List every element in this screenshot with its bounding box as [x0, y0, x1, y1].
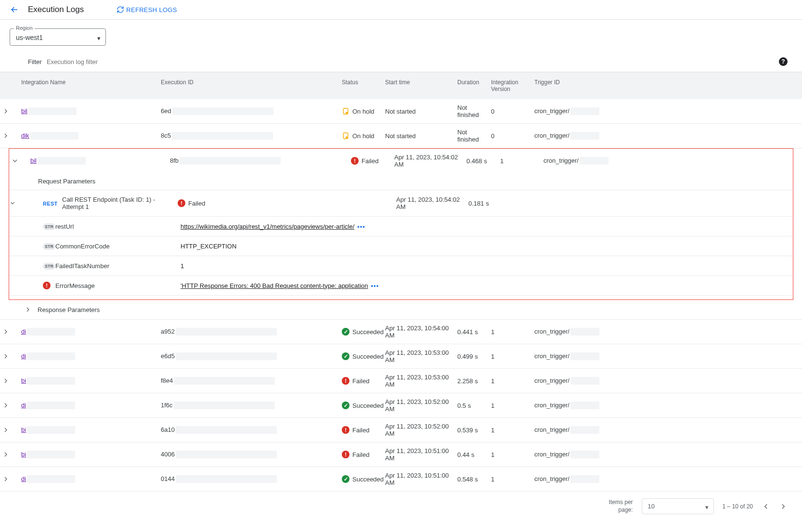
chevron-right-icon [2, 328, 10, 336]
masked-text [176, 328, 277, 336]
refresh-logs-button[interactable]: REFRESH LOGS [116, 6, 177, 13]
integration-link[interactable]: bi [21, 377, 26, 384]
items-per-page-select[interactable]: 10 ▾ [642, 498, 714, 514]
start-time: Apr 11, 2023, 10:54:00 AM [383, 324, 455, 339]
expand-toggle[interactable] [0, 451, 19, 458]
task-label: Call REST Endpoint (Task ID: 1) - Attemp… [62, 196, 178, 210]
start-time: Apr 11, 2023, 10:51:00 AM [383, 447, 455, 462]
chevron-right-icon [2, 132, 10, 140]
start-time: Not started [383, 108, 455, 115]
param-value: HTTP_EXCEPTION [181, 243, 236, 250]
next-page-button[interactable] [779, 502, 788, 511]
table-row: di 1f6c ✓Succeeded Apr 11, 2023, 10:52:0… [0, 393, 802, 418]
chevron-right-icon [2, 352, 10, 360]
integration-link[interactable]: di [21, 402, 26, 409]
masked-text [570, 402, 599, 409]
masked-text [27, 451, 75, 458]
chevron-right-icon [2, 377, 10, 385]
chevron-right-icon [24, 306, 32, 313]
masked-text [172, 107, 273, 115]
chevron-right-icon [2, 451, 10, 458]
expand-toggle[interactable] [0, 328, 19, 336]
failed-icon: ! [351, 157, 359, 165]
param-value: https://wikimedia.org/api/rest_v1/metric… [181, 223, 354, 230]
prev-page-button[interactable] [762, 502, 770, 511]
more-dots[interactable]: ••• [357, 223, 365, 230]
trigger-id: cron_trigger/ [534, 328, 569, 335]
table-row: bi 6a10 !Failed Apr 11, 2023, 10:52:00 A… [0, 418, 802, 442]
version: 0 [489, 108, 532, 115]
trigger-id: cron_trigger/ [534, 426, 569, 433]
start-time: Apr 11, 2023, 10:54:02 AM [392, 154, 465, 168]
integration-link[interactable]: bi [21, 426, 26, 433]
masked-text [570, 426, 599, 434]
region-value: us-west1 [16, 34, 43, 41]
str-badge: STR [43, 223, 55, 230]
param-value: 1 [181, 262, 184, 270]
task-duration: 0.181 s [466, 200, 505, 207]
success-icon: ✓ [342, 402, 349, 409]
page-title: Execution Logs [28, 5, 84, 14]
masked-text [570, 451, 599, 458]
status-text: Succeeded [352, 476, 384, 483]
integration-link[interactable]: bi [21, 451, 26, 458]
failed-icon: ! [342, 451, 349, 458]
expand-toggle[interactable] [0, 377, 19, 385]
more-dots[interactable]: ••• [371, 282, 379, 289]
col-integration: Integration Name [19, 79, 159, 92]
integration-link[interactable]: di [21, 328, 26, 335]
param-name: CommonErrorCode [55, 243, 181, 250]
masked-text [570, 377, 599, 385]
expand-toggle[interactable] [0, 107, 19, 115]
start-time: Apr 11, 2023, 10:52:00 AM [383, 423, 455, 437]
version: 1 [489, 377, 532, 385]
integration-link[interactable]: bil [30, 157, 37, 164]
masked-text [30, 132, 78, 140]
param-row: STR restUrl https://wikimedia.org/api/re… [9, 217, 793, 236]
masked-text [176, 426, 277, 434]
integration-link[interactable]: di [21, 352, 26, 360]
masked-text [180, 157, 281, 165]
response-parameters-title: Response Parameters [38, 306, 100, 313]
collapse-toggle[interactable] [9, 157, 28, 165]
error-icon: ! [43, 282, 51, 289]
version: 1 [489, 476, 532, 483]
table-row: di e6d5 ✓Succeeded Apr 11, 2023, 10:53:0… [0, 344, 802, 369]
expand-toggle[interactable] [24, 306, 32, 313]
chevron-right-icon [779, 502, 788, 511]
chevron-right-icon [2, 402, 10, 409]
region-select[interactable]: Region us-west1 ▾ [10, 28, 106, 46]
param-value: 'HTTP Response Errors: 400 Bad Request c… [181, 282, 368, 289]
start-time: Apr 11, 2023, 10:52:00 AM [383, 398, 455, 413]
version: 0 [489, 132, 532, 140]
integration-link[interactable]: bil [21, 107, 27, 115]
success-icon: ✓ [342, 475, 349, 483]
integration-link[interactable]: dik [21, 132, 29, 139]
execution-id: e6d5 [161, 352, 175, 360]
expand-toggle[interactable] [0, 475, 19, 483]
pagination-bar: Items per page: 10 ▾ 1 – 10 of 20 [0, 492, 802, 521]
execution-id: f8e4 [161, 377, 173, 384]
chevron-right-icon [2, 426, 10, 434]
execution-id: 8c5 [161, 132, 171, 139]
failed-icon: ! [342, 377, 349, 385]
integration-link[interactable]: di [21, 475, 26, 482]
expand-toggle[interactable] [0, 402, 19, 409]
filter-input[interactable] [47, 58, 774, 65]
expand-toggle[interactable] [0, 352, 19, 360]
expand-toggle[interactable] [0, 426, 19, 434]
duration: 0.499 s [455, 353, 489, 360]
masked-text [580, 157, 608, 165]
execution-id: a952 [161, 328, 175, 335]
masked-text [176, 475, 277, 483]
page-header: Execution Logs REFRESH LOGS [0, 0, 802, 20]
items-per-page-value: 10 [648, 503, 655, 510]
help-icon[interactable]: ? [779, 57, 788, 66]
chevron-right-icon [2, 475, 10, 483]
expand-toggle[interactable] [0, 132, 19, 140]
refresh-icon [116, 6, 124, 13]
back-arrow-icon[interactable] [10, 5, 19, 14]
col-trigger: Trigger ID [532, 79, 629, 92]
duration: 0.5 s [455, 402, 489, 409]
task-collapse-toggle[interactable] [9, 200, 43, 207]
